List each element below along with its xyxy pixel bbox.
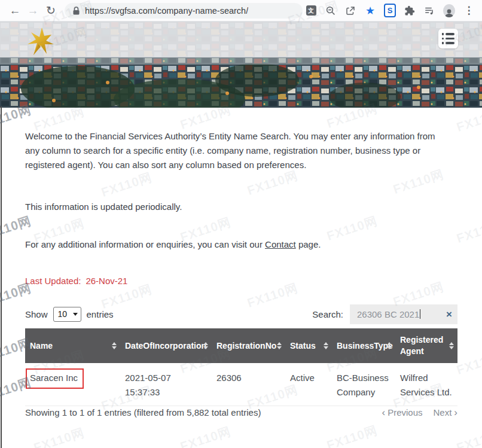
next-button[interactable]: Next › xyxy=(433,407,457,417)
menu-list-icon xyxy=(442,33,455,35)
watermark: FX110网 xyxy=(454,424,482,448)
cell-registration-no: 26306 xyxy=(212,363,285,406)
url-text: https://svgfsa.com/company-name-search/ xyxy=(85,6,248,16)
cell-business-type: BC-Business Company xyxy=(332,363,395,406)
cell-status: Active xyxy=(285,363,332,406)
cell-registered-agent: Wilfred Services Ltd. xyxy=(395,363,457,406)
column-header-name[interactable]: Name xyxy=(25,328,120,363)
address-bar[interactable]: https://svgfsa.com/company-name-search/ xyxy=(65,3,303,19)
back-icon[interactable]: ← xyxy=(6,2,24,20)
table-row: Saracen Inc 2021-05-07 15:37:33 26306 Ac… xyxy=(25,363,457,406)
column-header-status[interactable]: Status xyxy=(285,328,332,363)
hero-menu-band xyxy=(0,22,482,57)
page-length-control: Show 10 entries xyxy=(25,307,114,322)
site-menu-button[interactable] xyxy=(438,29,458,48)
browser-toolbar: ← → ↻ https://svgfsa.com/company-name-se… xyxy=(0,0,482,22)
s-extension-icon[interactable]: S xyxy=(384,4,396,17)
sort-icon xyxy=(324,342,328,349)
contact-link[interactable]: Contact xyxy=(265,239,296,249)
contact-prefix: For any additional information or enquir… xyxy=(25,239,265,249)
chevron-down-icon xyxy=(73,313,78,316)
watermark: FX110网 xyxy=(32,424,87,448)
sort-icon xyxy=(387,342,392,349)
contact-paragraph: For any additional information or enquir… xyxy=(25,237,439,252)
watermark: FX110网 xyxy=(178,423,233,448)
column-header-dateofincorporation[interactable]: DateOfIncorporation xyxy=(120,328,212,363)
translate-icon[interactable]: 文 xyxy=(306,5,316,16)
page-length-select[interactable]: 10 xyxy=(53,307,81,322)
search-value: 26306 BC 2021 xyxy=(357,309,419,319)
last-updated-label: Last Updated: xyxy=(25,276,81,286)
zoom-out-icon[interactable] xyxy=(325,4,337,17)
page-length-value: 10 xyxy=(58,309,68,319)
welcome-paragraph: Welcome to the Financial Services Author… xyxy=(25,129,439,172)
browser-menu-icon[interactable]: ⋮ xyxy=(463,4,475,17)
showing-info: Showing 1 to 1 of 1 entries (filtered fr… xyxy=(25,407,261,417)
toolbar-extensions: 文 ★ S xyxy=(305,4,476,17)
results-table: Name DateOfIncorporation RegistrationNo … xyxy=(25,328,457,406)
share-icon[interactable] xyxy=(344,4,356,17)
sort-icon xyxy=(277,342,282,349)
watermark: FX110网 xyxy=(325,422,380,448)
show-label: Show xyxy=(25,309,48,319)
text-cursor xyxy=(420,309,420,319)
last-updated: Last Updated:26-Nov-21 xyxy=(25,276,127,286)
updated-note: This information is updated periodically… xyxy=(25,200,439,214)
search-control: Search: 26306 BC 2021 × xyxy=(312,304,457,324)
watermark: FX110网 xyxy=(99,169,154,201)
lock-icon xyxy=(73,7,80,15)
watermark: FX110网 xyxy=(454,346,482,379)
forward-icon[interactable]: → xyxy=(24,2,42,20)
playlist-icon[interactable] xyxy=(423,4,435,17)
contact-suffix: page. xyxy=(296,239,321,249)
watermark: FX110网 xyxy=(454,103,482,136)
sort-icon xyxy=(112,342,117,349)
column-header-registered-agent[interactable]: Registered Agent xyxy=(395,328,457,363)
clear-search-icon[interactable]: × xyxy=(446,309,452,319)
entity-name: Saracen Inc xyxy=(30,373,78,383)
profile-avatar[interactable] xyxy=(443,4,455,17)
pagination: ‹ Previous Next › xyxy=(382,407,457,417)
sort-icon xyxy=(449,342,454,349)
window-edge-line xyxy=(1,106,2,448)
table-controls: Show 10 entries Search: 26306 BC 2021 × xyxy=(25,303,457,325)
chevron-left-icon: ‹ xyxy=(382,407,385,417)
search-label: Search: xyxy=(312,309,343,319)
column-header-registrationno[interactable]: RegistrationNo xyxy=(212,328,285,363)
hero-banner xyxy=(0,22,482,108)
previous-button[interactable]: ‹ Previous xyxy=(382,407,422,417)
entries-label: entries xyxy=(87,309,114,319)
bookmark-star-icon[interactable]: ★ xyxy=(364,4,376,17)
table-header-row: Name DateOfIncorporation RegistrationNo … xyxy=(25,328,457,363)
cell-name: Saracen Inc xyxy=(25,363,120,406)
search-input[interactable]: 26306 BC 2021 × xyxy=(350,304,457,324)
column-header-businesstype[interactable]: BusinessType xyxy=(332,328,395,363)
extensions-puzzle-icon[interactable] xyxy=(404,4,416,17)
page: ← → ↻ https://svgfsa.com/company-name-se… xyxy=(0,0,482,448)
chevron-right-icon: › xyxy=(454,407,457,417)
annotation-box: Saracen Inc xyxy=(26,368,84,389)
last-updated-value: 26-Nov-21 xyxy=(86,276,127,286)
watermark: FX110网 xyxy=(454,215,482,247)
cell-date: 2021-05-07 15:37:33 xyxy=(120,363,212,406)
fsa-logo xyxy=(24,26,56,57)
refresh-icon[interactable]: ↻ xyxy=(42,2,60,20)
table-footer: Showing 1 to 1 of 1 entries (filtered fr… xyxy=(25,407,457,417)
sort-icon xyxy=(203,342,208,349)
